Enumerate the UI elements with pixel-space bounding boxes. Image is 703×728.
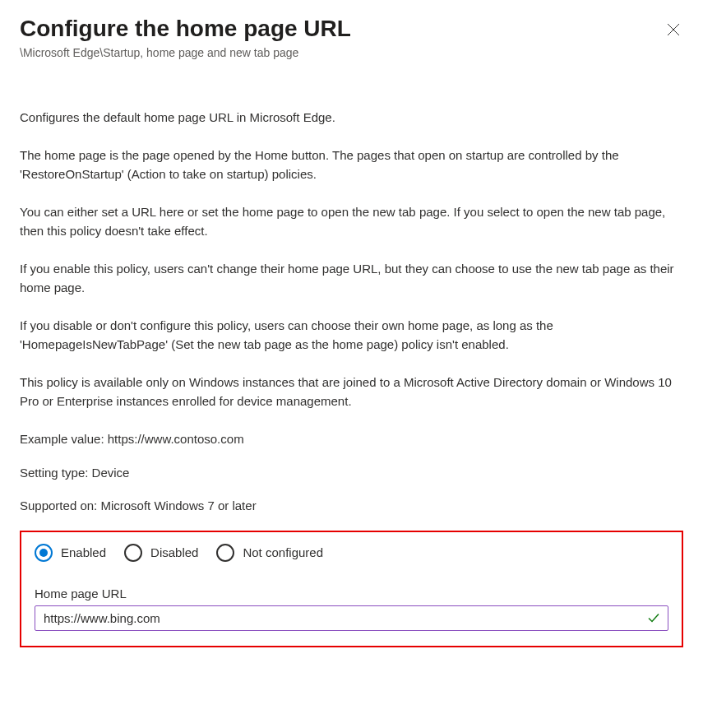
close-icon: [667, 23, 680, 36]
description-paragraph: The home page is the page opened by the …: [20, 146, 683, 183]
radio-label: Enabled: [61, 545, 106, 559]
radio-disabled[interactable]: Disabled: [124, 544, 198, 562]
home-page-url-input-wrapper: [35, 605, 668, 631]
home-page-url-label: Home page URL: [35, 587, 668, 600]
description-paragraph: If you enable this policy, users can't c…: [20, 260, 683, 297]
description-paragraph: Configures the default home page URL in …: [20, 109, 683, 128]
page-title: Configure the home page URL: [20, 15, 351, 43]
radio-label: Not configured: [243, 545, 323, 559]
supported-on: Supported on: Microsoft Windows 7 or lat…: [20, 497, 683, 516]
description-paragraph: This policy is available only on Windows…: [20, 373, 683, 410]
home-page-url-input[interactable]: [35, 605, 668, 631]
example-value: Example value: https://www.contoso.com: [20, 430, 683, 449]
radio-icon: [35, 544, 53, 562]
radio-not-configured[interactable]: Not configured: [216, 544, 323, 562]
close-button[interactable]: [664, 20, 683, 42]
checkmark-icon: [647, 611, 660, 624]
radio-label: Disabled: [150, 545, 198, 559]
radio-dot-icon: [39, 549, 48, 557]
description-paragraph: If you disable or don't configure this p…: [20, 317, 683, 354]
radio-enabled[interactable]: Enabled: [35, 544, 106, 562]
breadcrumb: \Microsoft Edge\Startup, home page and n…: [20, 46, 683, 59]
radio-icon: [216, 544, 234, 562]
description-section: Configures the default home page URL in …: [20, 109, 683, 516]
setting-type: Setting type: Device: [20, 464, 683, 483]
description-paragraph: You can either set a URL here or set the…: [20, 203, 683, 240]
configuration-box: Enabled Disabled Not configured Home pag…: [20, 531, 683, 647]
radio-icon: [124, 544, 142, 562]
policy-state-radio-group: Enabled Disabled Not configured: [35, 544, 668, 562]
